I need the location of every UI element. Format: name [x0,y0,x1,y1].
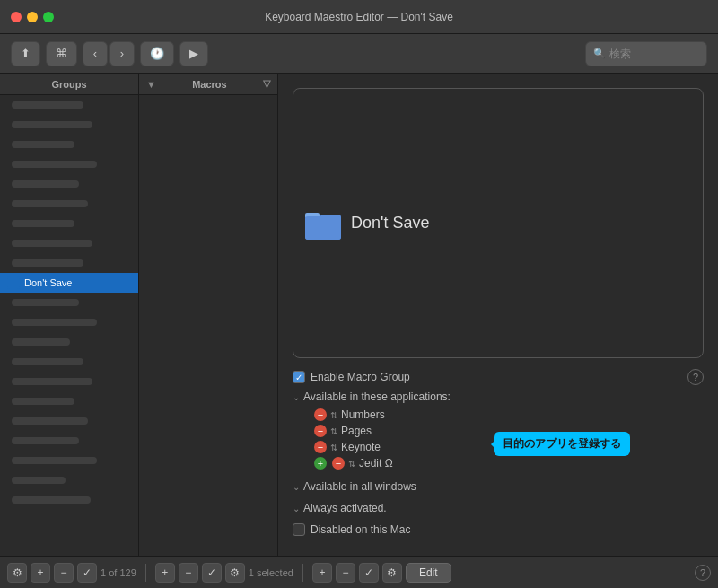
filter-icon: ▼ [146,79,156,90]
window-controls [11,12,54,22]
available-windows-label: Available in all windows [303,480,416,493]
minimize-button[interactable] [27,12,38,22]
list-item[interactable] [0,352,138,372]
macro-header-container: Don't Save [293,88,704,358]
list-item[interactable] [0,214,138,233]
check-action-button[interactable]: ✓ [359,563,379,583]
cmd-button[interactable]: ⌘ [46,41,77,66]
cycle-icon: ⇅ [330,443,337,452]
settings-button[interactable]: ⚙ [7,563,27,583]
groups-header: Groups [0,74,138,95]
remove-action-button[interactable]: − [336,563,355,583]
main-layout: Groups [0,74,718,556]
app-row-numbers: − ⇅ Numbers [314,407,704,423]
list-item[interactable] [0,312,138,332]
always-activated-expand[interactable]: ⌄ Always activated. [293,502,704,514]
list-item[interactable] [0,115,138,135]
app-name-jedit: Jedit Ω [359,457,393,470]
nav-buttons: ‹ › [83,41,135,66]
check-macro-button[interactable]: ✓ [202,563,222,583]
list-item[interactable] [0,154,138,174]
disabled-checkbox[interactable] [293,523,305,536]
macro-folder-icon [304,205,342,242]
app-name-numbers: Numbers [341,408,385,421]
check-group-button[interactable]: ✓ [77,563,97,583]
maximize-button[interactable] [43,12,54,22]
available-apps-label: Available in these applications: [303,391,451,403]
toolbar: ⬆ ⌘ ‹ › 🕐 ▶ 🔍 [0,34,718,74]
app-name-pages: Pages [341,425,372,437]
minus-icon: − [336,459,341,469]
folder-svg [305,207,341,240]
list-item[interactable] [0,253,138,273]
disabled-label: Disabled on this Mac [311,523,410,536]
help-button[interactable]: ? [687,369,704,385]
edit-button[interactable]: Edit [406,563,451,583]
minus-icon: − [318,426,323,436]
search-box[interactable]: 🔍 [585,41,707,66]
list-item[interactable] [0,233,138,253]
app-row-keynote: − ⇅ Keynote 目的のアプリを登録する [314,439,704,455]
list-item[interactable] [0,194,138,214]
action-settings-button[interactable]: ⚙ [382,563,402,583]
groups-sidebar: Groups [0,74,139,556]
list-item[interactable] [0,174,138,194]
add-macro-button[interactable]: + [155,563,175,583]
groups-controls: ⚙ + − ✓ 1 of 129 [7,563,136,583]
back-button[interactable]: ‹ [83,41,108,66]
sort-icon: ▽ [263,78,270,90]
list-item[interactable] [0,95,138,115]
remove-jedit-button[interactable]: − [332,457,345,470]
remove-numbers-button[interactable]: − [314,408,327,421]
detail-panel: Don't Save ✓ Enable Macro Group ? ⌄ Avai… [278,74,718,556]
add-action-button[interactable]: + [312,563,332,583]
list-item[interactable] [0,391,138,411]
chevron-down-icon: ⌄ [293,482,300,492]
remove-pages-button[interactable]: − [314,425,327,437]
available-windows-expand[interactable]: ⌄ Available in all windows [293,480,704,493]
help-button[interactable]: ? [695,565,711,581]
app-name-keynote: Keynote [341,441,381,453]
list-item[interactable] [0,332,138,352]
remove-group-button[interactable]: − [54,563,74,583]
add-jedit-button[interactable]: + [314,457,327,470]
list-item[interactable] [0,372,138,391]
remove-keynote-button[interactable]: − [314,441,327,453]
remove-macro-button[interactable]: − [179,563,198,583]
macros-list [139,95,277,556]
list-item[interactable] [0,490,138,510]
list-item[interactable] [0,293,138,312]
list-item[interactable] [0,470,138,490]
cycle-icon: ⇅ [330,410,337,420]
app-list: − ⇅ Numbers − ⇅ Pages − ⇅ Keynote [314,407,704,471]
close-button[interactable] [11,12,22,22]
list-item[interactable] [0,451,138,470]
available-apps-expand[interactable]: ⌄ Available in these applications: [293,391,704,403]
list-item[interactable] [0,431,138,451]
play-button[interactable]: ▶ [180,41,208,66]
check-icon: ✓ [295,373,302,382]
macros-controls: + − ✓ ⚙ 1 selected [155,563,293,583]
enable-checkbox[interactable]: ✓ [293,371,305,383]
app-row-jedit: + − ⇅ Jedit Ω [314,455,704,471]
macro-settings-button[interactable]: ⚙ [225,563,245,583]
divider2 [302,564,303,582]
chevron-down-icon: ⌄ [293,504,300,513]
window-title: Keyboard Maestro Editor — Don't Save [265,11,453,23]
divider [145,564,146,582]
groups-list: Don't Save [0,95,138,556]
forward-button[interactable]: › [109,41,135,66]
cycle-icon: ⇅ [330,426,337,436]
cycle-icon: ⇅ [348,459,355,469]
list-item[interactable] [0,411,138,431]
search-input[interactable] [609,48,699,60]
clock-button[interactable]: 🕐 [140,41,174,66]
tooltip-callout: 目的のアプリを登録する [494,432,630,456]
chevron-down-icon: ⌄ [293,392,300,402]
share-button[interactable]: ⬆ [11,41,40,66]
macros-header-label: Macros [192,79,227,90]
add-group-button[interactable]: + [31,563,50,583]
sidebar-item-dont-save[interactable]: Don't Save [0,273,138,293]
list-item[interactable] [0,135,138,154]
disabled-mac-row: Disabled on this Mac [293,523,704,536]
